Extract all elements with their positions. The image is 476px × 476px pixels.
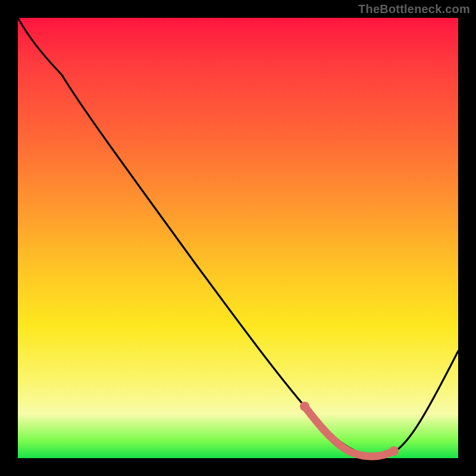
- bottleneck-curve: [18, 18, 458, 456]
- chart-frame: TheBottleneck.com: [0, 0, 476, 476]
- watermark-text: TheBottleneck.com: [358, 2, 470, 16]
- plot-area: [18, 18, 458, 458]
- optimal-region: [305, 406, 394, 456]
- optimal-end-dot: [389, 446, 399, 456]
- curve-svg: [18, 18, 458, 458]
- optimal-start-dot: [300, 402, 309, 411]
